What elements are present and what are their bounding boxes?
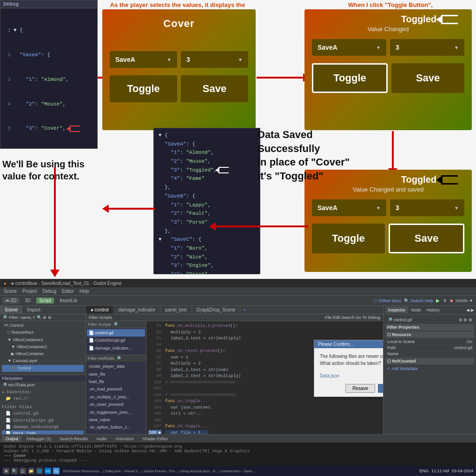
toolbar-stop[interactable]: ■ [450,298,453,303]
scene-node-canvaslayer[interactable]: ▼ CanvasLayer [2,357,84,364]
panel2-toggle-button[interactable]: Toggle [312,63,388,93]
bottom-tab-shader[interactable]: Shader Editor [139,436,172,442]
taskbar-icon-browser[interactable]: 🌐 [36,468,43,474]
method-on-reset[interactable]: .on_reset_pressed [87,401,145,408]
chevron-down-icon: ▼ [167,57,172,62]
script-controlscript-gd[interactable]: 📄 ControlScript.gd [87,337,145,344]
dialog-body: The following files are newer on disk. W… [314,348,383,371]
fs-file-control[interactable]: 📄 control.gd [2,410,84,417]
output-line-4: --- Debugging process stopped --- [4,458,472,463]
fs-file-controlscript[interactable]: 📄 ControlScript.gd [2,417,84,424]
tab-add[interactable]: + [240,306,249,314]
scene-node-control-inner[interactable]: 🎮 Control [2,365,84,372]
tab-panel-test[interactable]: panel_test [160,306,192,314]
inspector-row-name: Name [385,351,474,357]
method-on-togglesave[interactable]: .on_togglesave_pres... [87,409,145,416]
fs-filter-files-label: Filter Files [2,403,84,410]
panel3-dropdown-3-value: 3 [396,204,399,212]
toolbar-2d[interactable]: ⬅ 2D [3,298,20,304]
method-save-file[interactable]: save_file [87,370,145,378]
inspector-filter-row: 🔎 control.gd ⊕ ⊗ ⚙ [385,317,474,323]
fs-file-damage[interactable]: 📄 damage_indicatorgd [2,424,84,430]
script-damage-indicator[interactable]: 📄 damage_indicator... [87,344,145,352]
tab-scene[interactable]: Scene [0,306,22,314]
start-icon[interactable]: ⊞ [3,468,9,474]
panel2-dropdown-savea[interactable]: SaveA ▼ [312,39,386,56]
inspector-path-value: control.gd [454,345,472,350]
method-on-multiply[interactable]: .on_multiply_2_pres... [87,393,145,401]
panel1-dropdown-savea[interactable]: SaveA ▼ [110,51,177,68]
annotation-data-saved-line1: Data Saved Successfully [258,129,320,154]
bottom-tab-animation[interactable]: Animation [112,436,138,442]
scripts-find[interactable]: File Edit Search Go To Debug [325,315,380,320]
chevron-down-icon: ▼ [376,205,381,211]
taskbar-icon-godot[interactable]: G [53,468,60,474]
tab-control[interactable]: ● control [86,306,114,314]
menu-debug[interactable]: Debug [42,289,56,294]
taskbar-icon-vscode[interactable]: VS [45,468,51,474]
menu-project[interactable]: Project [22,289,37,294]
scripts-toolbar: Filter Scripts File Edit Search Go To De… [86,314,383,321]
script-control-gd[interactable]: 📄 control.gd [87,329,145,337]
inspector-local-label: Local to Scene [387,339,415,344]
bottom-tab-debugger[interactable]: Debugger (2) [23,436,55,442]
toolbar-search-help[interactable]: 🔍 Search Help [404,298,433,303]
toolbar-assetlib[interactable]: AssetLib [57,298,80,304]
panel2-toggled-label: Toggled [401,14,436,25]
inspector-add-metadata[interactable]: + Add Metadata [385,365,474,372]
file-reload-dialog[interactable]: Please Confirm... ✕ The following files … [314,340,383,397]
annotation-right-line1: When I click "Toggle Button", [348,1,433,8]
tab-damage-indicator[interactable]: damage_indicator [114,306,161,314]
panel1-dropdown-3[interactable]: 3 ▼ [181,51,248,68]
dialog-resave-button[interactable]: Resave [345,384,375,393]
panel3-dropdown-savea[interactable]: SaveA ▼ [312,199,386,216]
scene-node-vboxcontainer1[interactable]: ▼ VBoxContainer1 [2,337,84,344]
scene-node-hboxcontainer[interactable]: ▶ HBoxContainer [2,350,84,357]
tab-import[interactable]: Import [22,306,45,314]
toolbar-pause[interactable]: ⏸ [443,298,447,303]
menu-editor[interactable]: Editor [62,289,74,294]
tab-dragdrop[interactable]: Drag&Drop_Scene [192,306,241,314]
dialog-reload-button[interactable]: Reload [378,384,383,393]
tab-inspector[interactable]: Inspector [385,307,408,313]
inspector-tabs: Inspector Node History ◀ ▶ [383,306,476,315]
tab-history[interactable]: History [424,307,443,313]
game-panel-3: Toggled Value Changed and saved SaveA ▼ … [304,170,472,272]
taskbar-icon-1[interactable]: 🔍 [11,468,18,474]
panel2-dropdown-3[interactable]: 3 ▼ [390,39,464,56]
bottom-tab-output[interactable]: Output [2,436,22,442]
scene-node-vboxcontainer2[interactable]: ▼ VBoxContainer2 [2,344,84,350]
toolbar-script[interactable]: Script [36,298,54,304]
panel3-toggle-button[interactable]: Toggle [312,224,385,253]
taskbar-icon-file-explorer[interactable]: 📁 [28,468,34,474]
toolbar-run[interactable]: ▶ [436,298,440,303]
menu-help[interactable]: Help [79,289,89,294]
scene-node-texturerect[interactable]: □ TextureRect [2,329,84,336]
method-on-load-pressed[interactable]: .on_load_pressed [87,385,145,393]
panel3-save-button[interactable]: Save [389,224,464,253]
method-create-player-data[interactable]: create_player_data [87,363,145,370]
add-icon: + [387,366,390,371]
method-save-value[interactable]: save_value [87,416,145,423]
panel2-save-button[interactable]: Save [391,63,464,93]
menu-scene[interactable]: Scene [4,289,17,294]
panel3-dropdown-3[interactable]: 3 ▼ [390,199,464,216]
toolbar-3d[interactable]: 3D [22,298,34,304]
fs-root[interactable]: 📁 res:// [2,396,84,402]
panel1-dropdown-savea-value: SaveA [115,56,135,63]
bottom-tab-audio[interactable]: Audio [93,436,111,442]
method-on-option-button[interactable]: .on_option_button_2... [87,423,145,431]
chevron-down-icon: ▼ [454,45,459,50]
panel1-save-button[interactable]: Save [181,75,248,102]
taskbar-icon-2[interactable]: ◫ [20,468,26,474]
scene-node-control[interactable]: 🎮 Control [2,322,84,329]
panel3-toggled-label: Toggled [401,174,436,185]
inspector-section-refcounted: ⬡ RefCounted [385,358,474,364]
method-load-file[interactable]: load_file [87,378,145,385]
tab-node[interactable]: Node [408,307,424,313]
bottom-tab-search[interactable]: Search Results [56,436,92,442]
toolbar-online-docs[interactable]: ⬡ Online Docs [373,298,401,303]
inspector-filter-icons[interactable]: ⊕ ⊗ ⚙ [459,317,472,322]
inspector-arrows[interactable]: ◀ ▶ [466,308,474,312]
panel1-toggle-button[interactable]: Toggle [110,75,177,102]
